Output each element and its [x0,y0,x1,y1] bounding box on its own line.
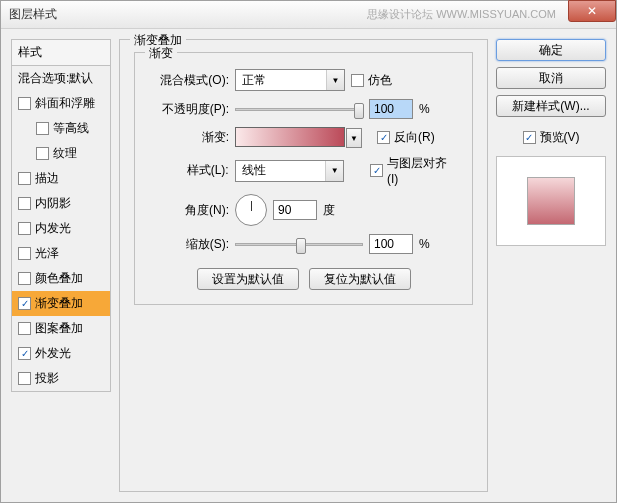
chevron-down-icon: ▼ [326,70,344,90]
checkbox-icon [36,122,49,135]
style-item-7[interactable]: 颜色叠加 [12,266,110,291]
checkbox-icon [18,297,31,310]
dither-label: 仿色 [368,72,392,89]
layer-style-dialog: 图层样式 思缘设计论坛 WWW.MISSYUAN.COM ✕ 样式 混合选项:默… [0,0,617,503]
slider-thumb[interactable] [354,103,364,119]
close-button[interactable]: ✕ [568,0,616,22]
preview-label: 预览(V) [540,129,580,146]
reset-default-button[interactable]: 复位为默认值 [309,268,411,290]
new-style-button[interactable]: 新建样式(W)... [496,95,606,117]
preview-swatch [527,177,575,225]
styles-listbox: 样式 混合选项:默认 斜面和浮雕等高线纹理描边内阴影内发光光泽颜色叠加渐变叠加图… [11,39,111,392]
chevron-down-icon: ▼ [325,161,343,181]
checkbox-icon [18,347,31,360]
dither-checkbox[interactable]: 仿色 [351,72,392,89]
action-panel: 确定 取消 新建样式(W)... 预览(V) [496,39,606,492]
style-item-11[interactable]: 投影 [12,366,110,391]
checkbox-icon [370,164,383,177]
opacity-slider[interactable] [235,108,363,111]
checkbox-icon [523,131,536,144]
angle-label: 角度(N): [149,202,229,219]
ok-button[interactable]: 确定 [496,39,606,61]
watermark-text: 思缘设计论坛 WWW.MISSYUAN.COM [367,7,556,22]
style-item-5[interactable]: 内发光 [12,216,110,241]
style-item-label: 颜色叠加 [35,270,83,287]
blend-mode-value: 正常 [236,72,326,89]
close-icon: ✕ [587,4,597,18]
blend-mode-dropdown[interactable]: 正常 ▼ [235,69,345,91]
style-item-label: 投影 [35,370,59,387]
style-item-label: 斜面和浮雕 [35,95,95,112]
checkbox-icon [18,372,31,385]
checkbox-icon [377,131,390,144]
style-item-10[interactable]: 外发光 [12,341,110,366]
styles-header: 样式 [12,40,110,66]
checkbox-icon [18,322,31,335]
opacity-label: 不透明度(P): [149,101,229,118]
make-default-button[interactable]: 设置为默认值 [197,268,299,290]
dialog-content: 样式 混合选项:默认 斜面和浮雕等高线纹理描边内阴影内发光光泽颜色叠加渐变叠加图… [1,29,616,502]
reverse-checkbox[interactable]: 反向(R) [377,129,435,146]
style-item-0[interactable]: 斜面和浮雕 [12,91,110,116]
checkbox-icon [18,197,31,210]
style-item-9[interactable]: 图案叠加 [12,316,110,341]
angle-dial[interactable] [235,194,267,226]
chevron-down-icon[interactable]: ▼ [346,128,362,148]
gradient-subgroup: 渐变 混合模式(O): 正常 ▼ 仿色 不透明度(P): [134,52,473,305]
blend-mode-label: 混合模式(O): [149,72,229,89]
styles-panel: 样式 混合选项:默认 斜面和浮雕等高线纹理描边内阴影内发光光泽颜色叠加渐变叠加图… [11,39,111,492]
scale-input[interactable]: 100 [369,234,413,254]
align-checkbox[interactable]: 与图层对齐(I) [370,155,458,186]
opacity-unit: % [419,102,430,116]
style-item-6[interactable]: 光泽 [12,241,110,266]
blend-options-label: 混合选项:默认 [18,70,93,87]
opacity-input[interactable]: 100 [369,99,413,119]
style-item-label: 渐变叠加 [35,295,83,312]
checkbox-icon [18,97,31,110]
checkbox-icon [36,147,49,160]
style-value: 线性 [236,162,326,179]
style-item-8[interactable]: 渐变叠加 [12,291,110,316]
style-item-label: 图案叠加 [35,320,83,337]
angle-input[interactable]: 90 [273,200,317,220]
style-item-label: 光泽 [35,245,59,262]
checkbox-icon [18,272,31,285]
window-title: 图层样式 [9,6,57,23]
style-label: 样式(L): [149,162,229,179]
style-item-label: 等高线 [53,120,89,137]
align-label: 与图层对齐(I) [387,155,458,186]
checkbox-icon [18,222,31,235]
preview-checkbox[interactable]: 预览(V) [496,129,606,146]
style-item-label: 内发光 [35,220,71,237]
style-item-3[interactable]: 描边 [12,166,110,191]
options-panel: 渐变叠加 渐变 混合模式(O): 正常 ▼ 仿色 [119,39,488,492]
style-item-2[interactable]: 纹理 [12,141,110,166]
style-item-label: 纹理 [53,145,77,162]
style-item-1[interactable]: 等高线 [12,116,110,141]
blend-options-item[interactable]: 混合选项:默认 [12,66,110,91]
angle-unit: 度 [323,202,335,219]
gradient-overlay-group: 渐变叠加 渐变 混合模式(O): 正常 ▼ 仿色 [119,39,488,492]
subgroup-title: 渐变 [145,45,177,62]
style-dropdown[interactable]: 线性 ▼ [235,160,345,182]
titlebar: 图层样式 思缘设计论坛 WWW.MISSYUAN.COM ✕ [1,1,616,29]
slider-thumb[interactable] [296,238,306,254]
style-item-label: 内阴影 [35,195,71,212]
reverse-label: 反向(R) [394,129,435,146]
style-item-label: 描边 [35,170,59,187]
gradient-swatch[interactable]: ▼ [235,127,345,147]
checkbox-icon [351,74,364,87]
scale-label: 缩放(S): [149,236,229,253]
preview-box [496,156,606,246]
checkbox-icon [18,172,31,185]
scale-unit: % [419,237,430,251]
cancel-button[interactable]: 取消 [496,67,606,89]
style-item-4[interactable]: 内阴影 [12,191,110,216]
checkbox-icon [18,247,31,260]
scale-slider[interactable] [235,243,363,246]
style-item-label: 外发光 [35,345,71,362]
gradient-label: 渐变: [149,129,229,146]
